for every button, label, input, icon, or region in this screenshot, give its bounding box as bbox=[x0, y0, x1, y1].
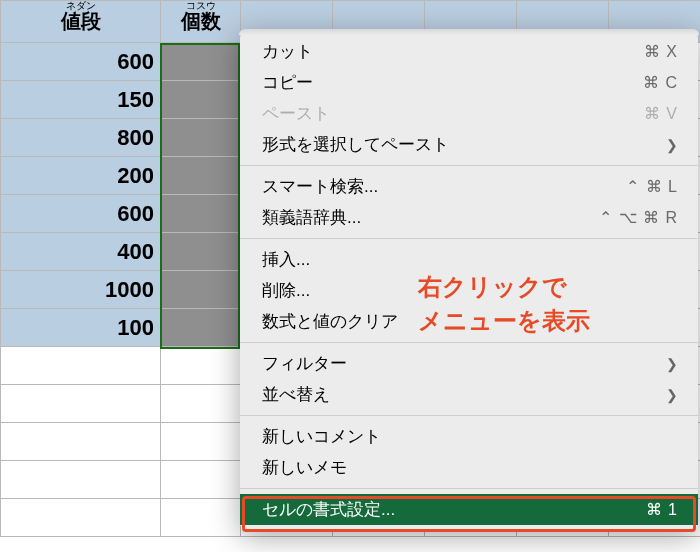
cell-qty-selected[interactable] bbox=[161, 43, 241, 81]
cell[interactable] bbox=[161, 423, 241, 461]
chevron-right-icon: ❯ bbox=[666, 387, 678, 403]
cell[interactable] bbox=[1, 499, 161, 537]
col-header-price[interactable]: ネダン 値段 bbox=[1, 1, 161, 43]
menu-label: 類義語辞典... bbox=[262, 206, 599, 229]
menu-label: 並べ替え bbox=[262, 383, 658, 406]
menu-item-smart-lookup[interactable]: スマート検索... ⌃ ⌘ L bbox=[240, 171, 698, 202]
cell-qty-selected[interactable] bbox=[161, 119, 241, 157]
menu-label: 新しいコメント bbox=[262, 425, 678, 448]
menu-separator bbox=[240, 342, 698, 343]
menu-item-filter[interactable]: フィルター ❯ bbox=[240, 348, 698, 379]
menu-label: 挿入... bbox=[262, 248, 678, 271]
annotation-line1: 右クリックで bbox=[418, 273, 567, 300]
cell[interactable] bbox=[1, 461, 161, 499]
annotation-line2: メニューを表示 bbox=[418, 307, 590, 334]
menu-item-cut[interactable]: カット ⌘ X bbox=[240, 36, 698, 67]
cell-price[interactable]: 200 bbox=[1, 157, 161, 195]
menu-separator bbox=[240, 238, 698, 239]
menu-item-new-memo[interactable]: 新しいメモ bbox=[240, 452, 698, 483]
menu-label: コピー bbox=[262, 71, 643, 94]
menu-shortcut: ⌘ X bbox=[644, 42, 678, 61]
cell[interactable] bbox=[161, 461, 241, 499]
menu-shortcut: ⌘ C bbox=[643, 73, 678, 92]
col-header-price-label: 値段 bbox=[61, 10, 101, 32]
menu-shortcut: ⌘ 1 bbox=[646, 500, 678, 519]
cell[interactable] bbox=[1, 385, 161, 423]
annotation-text: 右クリックで メニューを表示 bbox=[418, 270, 590, 337]
cell-qty-selected[interactable] bbox=[161, 157, 241, 195]
cell-price[interactable]: 800 bbox=[1, 119, 161, 157]
cell-price[interactable]: 600 bbox=[1, 195, 161, 233]
cell-qty-selected[interactable] bbox=[161, 309, 241, 347]
cell[interactable] bbox=[161, 347, 241, 385]
cell-price[interactable]: 600 bbox=[1, 43, 161, 81]
menu-label: フィルター bbox=[262, 352, 658, 375]
menu-shortcut: ⌃ ⌘ L bbox=[626, 177, 678, 196]
chevron-right-icon: ❯ bbox=[666, 137, 678, 153]
cell-qty-selected[interactable] bbox=[161, 195, 241, 233]
cell-price[interactable]: 400 bbox=[1, 233, 161, 271]
cell-qty-selected[interactable] bbox=[161, 271, 241, 309]
menu-item-new-comment[interactable]: 新しいコメント bbox=[240, 421, 698, 452]
menu-label: セルの書式設定... bbox=[262, 498, 646, 521]
menu-label: 形式を選択してペースト bbox=[262, 133, 658, 156]
cell-qty-selected[interactable] bbox=[161, 81, 241, 119]
menu-separator bbox=[240, 415, 698, 416]
menu-label: ペースト bbox=[262, 102, 644, 125]
chevron-right-icon: ❯ bbox=[666, 356, 678, 372]
menu-item-paste-special[interactable]: 形式を選択してペースト ❯ bbox=[240, 129, 698, 160]
menu-separator bbox=[240, 165, 698, 166]
menu-cap bbox=[239, 29, 699, 35]
menu-shortcut: ⌘ V bbox=[644, 104, 678, 123]
menu-item-format-cells[interactable]: セルの書式設定... ⌘ 1 bbox=[240, 494, 698, 525]
col-header-qty-ruby: コスウ bbox=[161, 1, 240, 11]
col-header-qty-label: 個数 bbox=[181, 10, 221, 32]
menu-item-copy[interactable]: コピー ⌘ C bbox=[240, 67, 698, 98]
cell[interactable] bbox=[1, 347, 161, 385]
cell[interactable] bbox=[1, 423, 161, 461]
col-header-price-ruby: ネダン bbox=[1, 1, 160, 11]
menu-separator bbox=[240, 488, 698, 489]
cell[interactable] bbox=[161, 385, 241, 423]
col-header-qty[interactable]: コスウ 個数 bbox=[161, 1, 241, 43]
menu-shortcut: ⌃ ⌥ ⌘ R bbox=[599, 208, 678, 227]
cell-price[interactable]: 100 bbox=[1, 309, 161, 347]
cell-price[interactable]: 1000 bbox=[1, 271, 161, 309]
cell[interactable] bbox=[161, 499, 241, 537]
menu-label: 新しいメモ bbox=[262, 456, 678, 479]
menu-label: カット bbox=[262, 40, 644, 63]
cell-qty-selected[interactable] bbox=[161, 233, 241, 271]
menu-item-thesaurus[interactable]: 類義語辞典... ⌃ ⌥ ⌘ R bbox=[240, 202, 698, 233]
menu-item-sort[interactable]: 並べ替え ❯ bbox=[240, 379, 698, 410]
menu-item-paste[interactable]: ペースト ⌘ V bbox=[240, 98, 698, 129]
cell-price[interactable]: 150 bbox=[1, 81, 161, 119]
menu-label: スマート検索... bbox=[262, 175, 626, 198]
